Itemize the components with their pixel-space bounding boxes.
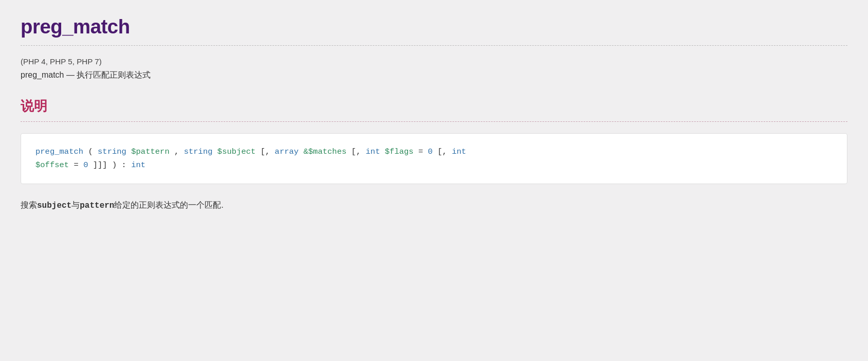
description-prefix: 搜索	[21, 201, 37, 209]
code-param-offset: $offset	[35, 160, 69, 170]
code-type-string-1: string	[98, 147, 126, 156]
description-suffix: 给定的正则表达式的一个匹配.	[114, 201, 223, 209]
code-signature-block: preg_match ( string $pattern , string $s…	[21, 133, 847, 184]
page-title: preg_match	[21, 15, 847, 38]
code-bracket-opt-3: [,	[437, 147, 452, 156]
code-close-brackets: ]]] ) :	[93, 160, 132, 170]
code-type-int-2: int	[452, 147, 466, 156]
code-paren-open: (	[88, 147, 98, 156]
code-line-2: $offset = 0 ]]] ) : int	[35, 158, 833, 172]
description-pattern: pattern	[80, 201, 114, 210]
code-number-0-1: 0	[428, 147, 433, 156]
code-bracket-opt-2: [,	[352, 147, 366, 156]
description-middle: 与	[71, 201, 80, 209]
code-param-flags: $flags	[385, 147, 414, 156]
code-line-1: preg_match ( string $pattern , string $s…	[35, 145, 833, 158]
code-type-string-2: string	[184, 147, 213, 156]
description-subject: subject	[37, 201, 71, 210]
code-param-subject: $subject	[217, 147, 256, 156]
code-function-name: preg_match	[35, 147, 83, 156]
version-info: (PHP 4, PHP 5, PHP 7)	[21, 57, 847, 66]
code-type-int-1: int	[366, 147, 380, 156]
code-param-pattern: $pattern	[131, 147, 170, 156]
code-number-0-2: 0	[83, 160, 88, 170]
code-return-int: int	[131, 160, 145, 170]
section-divider	[21, 121, 847, 122]
code-equals-2: =	[74, 160, 84, 170]
short-description: preg_match — 执行匹配正则表达式	[21, 70, 847, 81]
top-divider	[21, 45, 847, 46]
code-type-array: array	[275, 147, 299, 156]
section-title-description: 说明	[21, 97, 847, 115]
description-paragraph: 搜索subject与pattern给定的正则表达式的一个匹配.	[21, 198, 847, 213]
code-equals-1: =	[418, 147, 428, 156]
code-param-matches: &$matches	[303, 147, 346, 156]
code-comma-1: ,	[174, 147, 184, 156]
code-bracket-opt-1: [,	[261, 147, 275, 156]
